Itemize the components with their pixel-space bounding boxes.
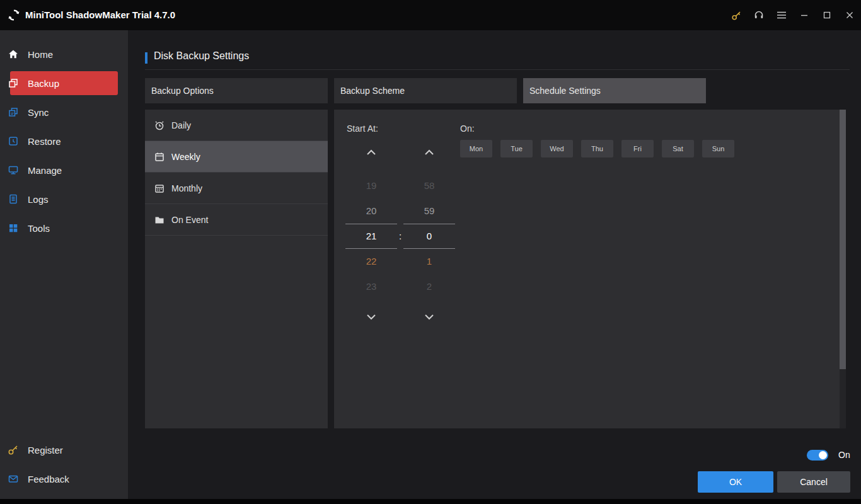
schedule-panel: Start At: 19 20 21 22 23 :	[334, 110, 840, 428]
header-divider	[145, 69, 850, 70]
close-icon[interactable]	[838, 0, 861, 30]
on-label: On:	[460, 123, 475, 134]
frequency-list: Daily Weekly Mon	[145, 110, 328, 428]
app-title: MiniTool ShadowMaker Trial 4.7.0	[25, 0, 175, 30]
ok-button[interactable]: OK	[698, 471, 773, 493]
sidebar-item-restore[interactable]: Restore	[0, 127, 128, 156]
sidebar-item-label: Sync	[28, 107, 49, 118]
sidebar-item-home[interactable]: Home	[0, 40, 128, 69]
minute-cell[interactable]: 58	[403, 173, 455, 198]
toggle-state-label: On	[838, 449, 850, 461]
backup-icon	[8, 77, 19, 89]
page-title: Disk Backup Settings	[154, 50, 249, 62]
license-key-icon[interactable]	[725, 0, 748, 30]
frequency-option-label: Monthly	[171, 183, 202, 193]
frequency-option-monthly[interactable]: Monthly	[145, 173, 328, 204]
sidebar-item-label: Home	[28, 49, 53, 60]
title-accent-bar	[145, 52, 147, 64]
toggle-knob	[819, 451, 827, 459]
day-button-fri[interactable]: Fri	[621, 140, 654, 158]
calendar-icon	[154, 151, 165, 163]
main-content: Disk Backup Settings Backup Options Back…	[128, 30, 861, 499]
frequency-option-weekly[interactable]: Weekly	[145, 141, 328, 173]
sidebar-item-tools[interactable]: Tools	[0, 214, 128, 243]
titlebar-actions	[725, 0, 861, 30]
manage-icon	[8, 164, 19, 176]
day-button-tue[interactable]: Tue	[500, 140, 533, 158]
sidebar-item-label: Backup	[28, 78, 59, 89]
tools-icon	[8, 222, 19, 234]
folder-icon	[154, 214, 165, 226]
day-button-wed[interactable]: Wed	[541, 140, 573, 158]
hour-cell-selected[interactable]: 21	[345, 224, 397, 249]
frequency-option-label: On Event	[171, 215, 208, 225]
sidebar-item-label: Feedback	[28, 474, 69, 484]
key-icon	[8, 444, 19, 455]
minute-cell[interactable]: 59	[403, 198, 455, 224]
maximize-icon[interactable]	[816, 0, 838, 30]
chevron-down-icon	[424, 314, 434, 320]
restore-icon	[8, 135, 19, 147]
sidebar-item-manage[interactable]: Manage	[0, 156, 128, 185]
sidebar: Home Backup Sync	[0, 30, 128, 499]
hour-cell[interactable]: 22	[345, 249, 397, 274]
minute-cell-selected[interactable]: 0	[403, 224, 455, 249]
hour-cell[interactable]: 19	[345, 173, 397, 198]
frequency-option-on-event[interactable]: On Event	[145, 204, 328, 236]
sidebar-item-label: Logs	[28, 194, 49, 205]
headset-icon[interactable]	[748, 0, 770, 30]
titlebar: MiniTool ShadowMaker Trial 4.7.0	[0, 0, 861, 30]
hour-cell[interactable]: 20	[345, 198, 397, 224]
cancel-button[interactable]: Cancel	[777, 471, 850, 493]
minute-up-button[interactable]	[403, 145, 455, 160]
sidebar-menu: Home Backup Sync	[0, 40, 128, 243]
sync-icon	[8, 106, 19, 118]
logs-icon	[8, 193, 19, 205]
minute-down-button[interactable]	[403, 309, 455, 324]
sidebar-item-logs[interactable]: Logs	[0, 185, 128, 214]
frequency-option-label: Weekly	[171, 152, 200, 162]
frequency-option-daily[interactable]: Daily	[145, 110, 328, 141]
start-at-label: Start At:	[347, 123, 378, 134]
chevron-up-icon	[424, 149, 434, 156]
sidebar-footer: Register Feedback	[0, 435, 128, 493]
minute-cell[interactable]: 2	[403, 274, 455, 299]
hour-cell[interactable]: 23	[345, 274, 397, 299]
sidebar-item-feedback[interactable]: Feedback	[0, 464, 128, 493]
time-separator: :	[397, 224, 403, 249]
minimize-icon[interactable]	[793, 0, 816, 30]
schedule-toggle[interactable]	[807, 450, 828, 461]
hour-down-button[interactable]	[345, 309, 397, 324]
sidebar-item-label: Register	[28, 445, 63, 455]
sidebar-item-label: Tools	[28, 223, 50, 234]
sidebar-item-label: Manage	[28, 165, 62, 176]
mail-icon	[8, 473, 19, 484]
sidebar-item-label: Restore	[28, 136, 61, 147]
menu-icon[interactable]	[770, 0, 793, 30]
day-button-thu[interactable]: Thu	[581, 140, 613, 158]
sidebar-item-backup[interactable]: Backup	[10, 71, 118, 95]
sidebar-item-register[interactable]: Register	[0, 435, 128, 464]
home-icon	[8, 49, 19, 60]
weekday-buttons: Mon Tue Wed Thu Fri Sat Sun	[460, 140, 734, 158]
day-button-sun[interactable]: Sun	[702, 140, 734, 158]
chevron-down-icon	[366, 314, 376, 320]
scrollbar-thumb[interactable]	[840, 110, 846, 369]
day-button-mon[interactable]: Mon	[460, 140, 492, 158]
calendar-grid-icon	[154, 183, 165, 194]
clock-icon	[154, 120, 165, 131]
scrollbar-track[interactable]	[840, 110, 846, 428]
minute-cell[interactable]: 1	[403, 249, 455, 274]
frequency-option-label: Daily	[171, 120, 191, 130]
sidebar-item-sync[interactable]: Sync	[0, 98, 128, 127]
hour-up-button[interactable]	[345, 145, 397, 160]
day-button-sat[interactable]: Sat	[662, 140, 694, 158]
tab-backup-scheme[interactable]: Backup Scheme	[334, 78, 517, 103]
chevron-up-icon	[366, 149, 376, 156]
tab-backup-options[interactable]: Backup Options	[145, 78, 328, 103]
window-bottom-edge	[0, 499, 861, 504]
tab-schedule-settings[interactable]: Schedule Settings	[523, 78, 706, 103]
app-logo-icon	[8, 9, 20, 21]
